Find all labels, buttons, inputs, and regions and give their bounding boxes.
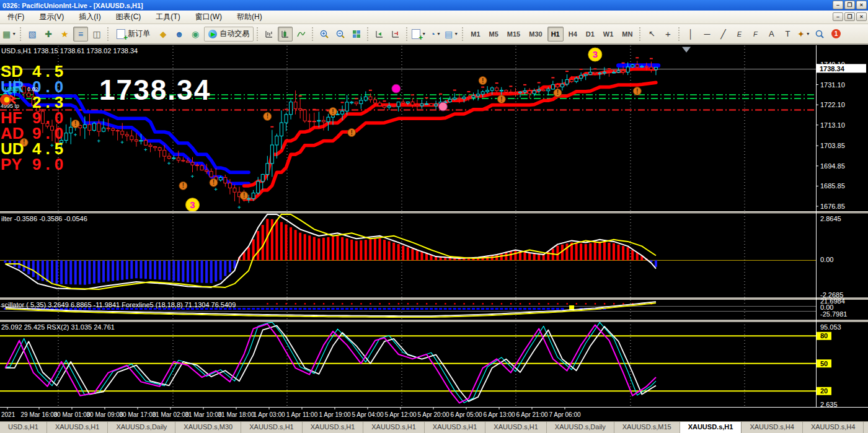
time-label-5: 31 Mar 02:00 — [153, 411, 189, 418]
svg-text:!: ! — [267, 113, 268, 120]
svg-text:1676.85: 1676.85 — [820, 203, 845, 210]
svg-text:!: ! — [182, 182, 184, 189]
chart-tab-8[interactable]: XAUUSD.s,H1 — [485, 422, 547, 433]
time-label-3: 30 Mar 09:00 — [87, 411, 123, 418]
time-label-6: 31 Mar 10:00 — [185, 411, 222, 418]
time-axis: 202129 Mar 16:0030 Mar 01:0030 Mar 09:00… — [0, 408, 868, 421]
svg-text:-25.7981: -25.7981 — [820, 310, 847, 318]
chart-tab-12[interactable]: XAUUSD.s,H4 — [742, 422, 803, 433]
svg-text:+: + — [215, 186, 218, 193]
chart-tab-5[interactable]: XAUUSD.s,H1 — [303, 422, 364, 433]
chart-tab-11[interactable]: XAUUSD.s,H1 — [680, 422, 742, 433]
svg-text:1731.10: 1731.10 — [820, 81, 845, 89]
svg-text:1694.85: 1694.85 — [820, 162, 845, 170]
svg-text:+: + — [121, 139, 124, 146]
time-label-11: 5 Apr 04:00 — [352, 411, 383, 418]
time-label-7: 31 Mar 18:00 — [218, 411, 255, 418]
svg-text:20: 20 — [820, 387, 828, 395]
svg-text:+: + — [50, 142, 53, 149]
svg-text:!: ! — [23, 139, 25, 146]
chart-tab-4[interactable]: XAUUSD.s,H1 — [241, 422, 303, 433]
svg-text:50: 50 — [820, 360, 828, 367]
svg-text:+: + — [97, 138, 100, 144]
svg-text:!: ! — [351, 129, 353, 136]
svg-text:0.00: 0.00 — [820, 256, 833, 263]
svg-text:1722.10: 1722.10 — [820, 101, 845, 108]
svg-text:1738.34: 1738.34 — [820, 65, 845, 72]
svg-text:+: + — [74, 132, 77, 138]
svg-text:1685.85: 1685.85 — [820, 182, 845, 190]
tab-scroll-arrows: ◄► — [864, 422, 868, 433]
mt4-window: 0326: PacificUnionInt-Live - [XAUUSD.s,H… — [0, 0, 868, 433]
chart-tab-6[interactable]: XAUUSD.s,H1 — [363, 422, 425, 433]
time-label-15: 6 Apr 13:00 — [483, 411, 515, 418]
svg-text:!: ! — [332, 108, 334, 115]
chart-tab-13[interactable]: XAUUSD.s,H4 — [803, 422, 864, 433]
svg-text:!: ! — [74, 120, 76, 127]
time-label-2: 30 Mar 01:00 — [54, 411, 91, 418]
svg-text:+: + — [144, 147, 147, 153]
time-label-16: 6 Apr 21:00 — [516, 411, 547, 418]
svg-text:80: 80 — [820, 332, 828, 339]
svg-text:!: ! — [636, 88, 638, 95]
chart-tab-2[interactable]: XAUUSD.s,Daily — [108, 422, 175, 433]
time-label-10: 1 Apr 19:00 — [319, 411, 350, 418]
svg-text:3: 3 — [190, 199, 195, 210]
chart-tab-1[interactable]: XAUUSD.s,H1 — [47, 422, 108, 433]
svg-text:!: ! — [482, 77, 484, 84]
svg-text:95.053: 95.053 — [820, 323, 841, 331]
chart-canvas[interactable]: +++++++++33!!!!!!!!!!!!1740.101731.10172… — [0, 0, 868, 433]
time-label-4: 30 Mar 17:00 — [120, 411, 156, 418]
chart-tab-10[interactable]: XAUUSD.s,M15 — [614, 422, 680, 433]
svg-text:+: + — [167, 160, 170, 167]
svg-text:+: + — [191, 173, 194, 180]
chart-tabs-bar: USD.s,H1XAUUSD.s,H1XAUUSD.s,DailyXAUUSD.… — [0, 421, 868, 433]
time-label-0: 2021 — [1, 411, 15, 418]
chart-tab-3[interactable]: XAUUSD.s,M30 — [175, 422, 241, 433]
svg-text:3: 3 — [593, 49, 598, 59]
time-label-8: 1 Apr 03:00 — [253, 411, 285, 418]
time-label-14: 6 Apr 05:00 — [450, 411, 482, 418]
chart-tab-9[interactable]: XAUUSD.s,Daily — [547, 422, 614, 433]
time-label-12: 5 Apr 12:00 — [384, 411, 416, 418]
svg-text:+: + — [237, 204, 241, 211]
svg-text:!: ! — [213, 179, 215, 186]
chart-tab-7[interactable]: XAUUSD.s,H1 — [425, 422, 486, 433]
svg-text:!: ! — [243, 192, 245, 199]
chart-tab-0[interactable]: USD.s,H1 — [0, 422, 47, 433]
time-label-1: 29 Mar 16:00 — [21, 411, 58, 418]
svg-text:1713.10: 1713.10 — [820, 121, 845, 129]
svg-text:1703.85: 1703.85 — [820, 142, 845, 149]
time-label-9: 1 Apr 11:00 — [286, 411, 317, 418]
time-label-17: 7 Apr 06:00 — [549, 411, 580, 418]
svg-text:!: ! — [557, 89, 559, 96]
svg-text:2.8645: 2.8645 — [820, 215, 841, 222]
time-label-13: 5 Apr 20:00 — [417, 411, 449, 418]
svg-text:!: ! — [500, 96, 502, 103]
